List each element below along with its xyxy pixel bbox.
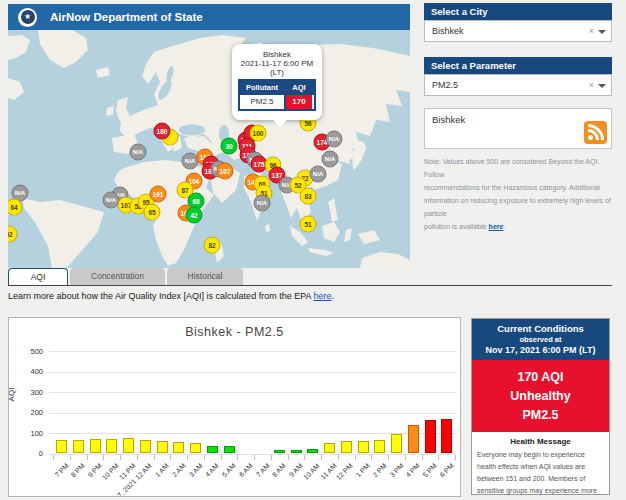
popup-table: PollutantAQI PM2.5170	[238, 79, 316, 111]
chart-bar	[307, 449, 318, 454]
chart-x-tick	[355, 455, 356, 460]
chart-x-tick	[170, 455, 171, 460]
map-marker[interactable]: N/A	[254, 195, 271, 212]
tab-divider	[8, 285, 612, 286]
chart-x-tick	[70, 455, 71, 460]
health-message-box: Health Message Everyone may begin to exp…	[472, 437, 609, 500]
chart-bar	[374, 440, 385, 454]
chart-bar	[73, 440, 84, 454]
chart-x-tick	[438, 455, 439, 460]
health-message-title: Health Message	[472, 437, 609, 446]
app-header: ★ AirNow Department of State	[8, 4, 410, 30]
select-parameter-header: Select a Parameter	[424, 57, 612, 74]
chart-title: Bishkek - PM2.5	[9, 325, 460, 339]
map-popup: Bishkek 2021-11-17 6:00 PM (LT) Pollutan…	[232, 44, 322, 120]
chart-bar	[140, 440, 151, 454]
state-department-seal-icon: ★	[18, 8, 37, 27]
parameter-dropdown-icon[interactable]	[598, 84, 606, 92]
chart-x-tick	[204, 455, 205, 460]
cc-aqi-value: 170 AQI	[472, 370, 609, 384]
chart-y-tick: 0	[17, 449, 43, 458]
cc-aqi-pollutant: PM2.5	[472, 408, 609, 422]
popup-aqi-value: 170	[284, 95, 312, 109]
chart-x-tick	[103, 455, 104, 460]
city-clear-icon[interactable]: ×	[589, 21, 594, 41]
rss-icon[interactable]	[584, 121, 607, 144]
chart-bar	[157, 441, 168, 454]
map-marker[interactable]: 65	[144, 204, 161, 221]
chart-x-tick	[321, 455, 322, 460]
current-aqi-box: 170 AQI Unhealthy PM2.5	[472, 360, 609, 432]
chart-x-tick	[271, 455, 272, 460]
chart-bar	[425, 420, 436, 454]
chart-x-tick	[120, 455, 121, 460]
chart-gridline	[49, 413, 457, 414]
chart-y-tick: 400	[17, 367, 43, 376]
map-marker[interactable]: 107	[217, 163, 234, 180]
parameter-select[interactable]: PM2.5 ×	[424, 74, 612, 96]
parameter-select-value: PM2.5	[432, 75, 458, 95]
aqi-chart: Bishkek - PM2.5 AQI 01002003004005007 PM…	[8, 317, 461, 497]
chart-gridline	[49, 454, 457, 455]
chart-gridline	[49, 351, 457, 352]
learn-more-link[interactable]: here	[314, 291, 332, 301]
parameter-clear-icon[interactable]: ×	[589, 75, 594, 95]
map-marker[interactable]: N/A	[322, 151, 339, 168]
popup-pollutant-value: PM2.5	[240, 95, 284, 109]
map-marker[interactable]: N/A	[326, 131, 343, 148]
chart-x-tick	[455, 455, 456, 460]
rss-city-label: Bishkek	[432, 114, 465, 125]
chart-bar	[341, 441, 352, 454]
chart-y-tick: 300	[17, 388, 43, 397]
chart-bar	[207, 446, 218, 454]
chart-bar	[190, 443, 201, 453]
map-marker[interactable]: N/A	[310, 166, 327, 183]
chart-gridline	[49, 392, 457, 393]
chart-bar	[56, 440, 67, 454]
tab-historical[interactable]: Historical	[167, 268, 243, 285]
chart-x-tick	[338, 455, 339, 460]
learn-more-text: Learn more about how the Air Quality Ind…	[8, 291, 334, 301]
chart-bar	[408, 425, 419, 454]
chart-bar	[441, 419, 452, 454]
chart-x-tick	[254, 455, 255, 460]
chart-x-tick	[237, 455, 238, 460]
cc-observed-at: observed at	[472, 335, 609, 344]
city-dropdown-icon[interactable]	[598, 30, 606, 38]
map-marker[interactable]: 42	[186, 207, 203, 224]
chart-x-tick	[422, 455, 423, 460]
rss-panel: Bishkek	[424, 108, 612, 149]
popup-datetime: 2021-11-17 6:00 PM	[232, 59, 322, 68]
chart-bar	[358, 441, 369, 454]
chart-x-tick	[405, 455, 406, 460]
cc-datetime: Nov 17, 2021 6:00 PM (LT)	[472, 345, 609, 355]
chart-bar	[291, 450, 302, 453]
map-marker[interactable]: N/A	[130, 144, 147, 161]
map-marker[interactable]: 30	[221, 138, 238, 155]
chart-x-tick	[371, 455, 372, 460]
chart-x-tick	[288, 455, 289, 460]
popup-col-aqi: AQI	[284, 81, 312, 95]
map-marker[interactable]: 51	[300, 216, 317, 233]
world-map[interactable]: 180N/AN/A6492N/AN/A107589510165N/A119152…	[8, 30, 410, 268]
select-city-header: Select a City	[424, 3, 612, 20]
note-here-link[interactable]: here	[489, 223, 504, 230]
city-select[interactable]: Bishkek ×	[424, 20, 612, 42]
chart-gridline	[49, 372, 457, 373]
popup-timezone: (LT)	[232, 68, 322, 77]
current-conditions-header: Current Conditions observed at Nov 17, 2…	[472, 319, 609, 360]
current-conditions-panel: Current Conditions observed at Nov 17, 2…	[471, 318, 610, 495]
chart-x-tick	[154, 455, 155, 460]
map-marker[interactable]: 82	[204, 237, 221, 254]
chart-x-tick	[304, 455, 305, 460]
map-marker[interactable]: 83	[300, 188, 317, 205]
app-title: AirNow Department of State	[50, 11, 203, 23]
chart-y-axis-label: AQI	[8, 388, 16, 402]
map-marker[interactable]: 101	[150, 186, 167, 203]
tab-concentration[interactable]: Concentration	[70, 268, 165, 285]
chart-x-tick	[187, 455, 188, 460]
popup-col-pollutant: Pollutant	[240, 81, 284, 95]
map-marker[interactable]: 180	[154, 123, 171, 140]
chart-x-tick	[137, 455, 138, 460]
tab-aqi[interactable]: AQI	[8, 268, 68, 285]
